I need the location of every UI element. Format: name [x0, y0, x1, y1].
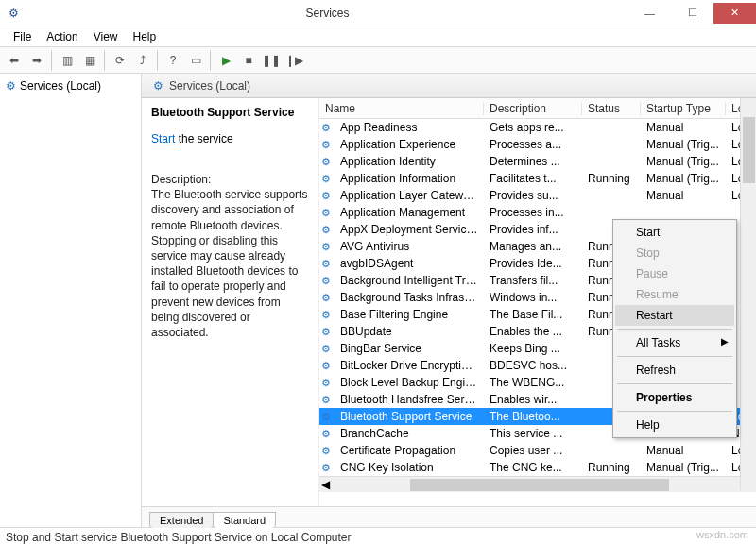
- cell-desc: Copies user ...: [484, 444, 582, 457]
- cell-name: Application Layer Gateway ...: [335, 189, 484, 202]
- gear-icon: ⚙: [6, 79, 16, 93]
- cell-name: AppX Deployment Service (...: [335, 223, 484, 236]
- show-hide-tree-button[interactable]: ▥: [57, 50, 77, 71]
- ctx-start[interactable]: Start: [615, 222, 734, 243]
- selected-service-name: Bluetooth Support Service: [151, 106, 309, 119]
- restart-service-button[interactable]: ❙▶: [284, 50, 304, 71]
- service-row[interactable]: ⚙CNG Key IsolationThe CNG ke...RunningMa…: [319, 459, 756, 476]
- col-name[interactable]: Name: [319, 102, 484, 115]
- minimize-button[interactable]: —: [628, 3, 671, 24]
- gear-icon: ⚙: [321, 445, 331, 457]
- ctx-refresh[interactable]: Refresh: [615, 360, 734, 381]
- gear-icon: ⚙: [321, 156, 331, 168]
- gear-icon: ⚙: [321, 292, 331, 304]
- cell-desc: Gets apps re...: [484, 121, 582, 134]
- cell-name: CNG Key Isolation: [335, 461, 484, 474]
- back-button[interactable]: ⬅: [4, 50, 25, 71]
- ctx-properties[interactable]: Properties: [615, 387, 734, 408]
- menu-action[interactable]: Action: [39, 30, 85, 43]
- app-icon: ⚙: [0, 7, 26, 20]
- cell-name: Background Tasks Infrastru...: [335, 291, 484, 304]
- cell-name: avgbIDSAgent: [335, 257, 484, 270]
- status-bar: Stop and Start service Bluetooth Support…: [0, 527, 756, 544]
- cell-desc: The WBENG...: [484, 376, 582, 389]
- cell-desc: Provides inf...: [484, 223, 582, 236]
- service-row[interactable]: ⚙App ReadinessGets apps re...ManualLoc: [319, 119, 756, 136]
- cell-name: Block Level Backup Engine ...: [335, 376, 484, 389]
- cell-name: AVG Antivirus: [335, 240, 484, 253]
- gear-icon: ⚙: [321, 462, 331, 474]
- gear-icon: ⚙: [321, 360, 331, 372]
- menu-view[interactable]: View: [86, 30, 126, 43]
- cell-startup: Manual (Trig...: [641, 155, 726, 168]
- service-row[interactable]: ⚙Certificate PropagationCopies user ...M…: [319, 442, 756, 459]
- service-row[interactable]: ⚙Application Layer Gateway ...Provides s…: [319, 187, 756, 204]
- tree-item-label: Services (Local): [20, 79, 101, 93]
- refresh-button[interactable]: ⟳: [110, 50, 130, 71]
- ctx-restart[interactable]: Restart: [615, 305, 734, 326]
- cell-name: Application Management: [335, 206, 484, 219]
- cell-desc: Provides Ide...: [484, 257, 582, 270]
- menu-help[interactable]: Help: [126, 30, 164, 43]
- tree-pane: ⚙ Services (Local): [0, 74, 142, 527]
- gear-icon: ⚙: [321, 326, 331, 338]
- start-service-link[interactable]: Start: [151, 132, 175, 145]
- cell-desc: Keeps Bing ...: [484, 342, 582, 355]
- cell-name: Bluetooth Support Service: [335, 410, 484, 423]
- gear-icon: ⚙: [321, 428, 331, 440]
- service-row[interactable]: ⚙Application IdentityDetermines ...Manua…: [319, 153, 756, 170]
- cell-startup: Manual (Trig...: [641, 461, 726, 474]
- cell-desc: The Base Fil...: [484, 308, 582, 321]
- scroll-left-icon[interactable]: ◀: [321, 478, 330, 491]
- stop-service-button[interactable]: ■: [238, 50, 259, 71]
- cell-startup: Manual (Trig...: [641, 172, 726, 185]
- cell-desc: BDESVC hos...: [484, 359, 582, 372]
- cell-name: BBUpdate: [335, 325, 484, 338]
- details-pane-button[interactable]: ▦: [79, 50, 100, 71]
- cell-name: Application Experience: [335, 138, 484, 151]
- cell-startup: Manual: [641, 121, 726, 134]
- cell-desc: Processes in...: [484, 206, 582, 219]
- cell-name: BitLocker Drive Encryption ...: [335, 359, 484, 372]
- cell-desc: Enables the ...: [484, 325, 582, 338]
- menu-file[interactable]: File: [6, 30, 39, 43]
- close-button[interactable]: ✕: [713, 3, 756, 24]
- window-title: Services: [26, 7, 628, 20]
- separator: [210, 50, 212, 71]
- cell-status: Running: [582, 172, 641, 185]
- maximize-button[interactable]: ☐: [671, 3, 713, 24]
- cell-desc: This service ...: [484, 427, 582, 440]
- ctx-all-tasks[interactable]: All Tasks▶: [615, 332, 734, 353]
- pause-service-button[interactable]: ❚❚: [261, 50, 282, 71]
- col-status[interactable]: Status: [582, 102, 641, 115]
- ctx-separator: [617, 329, 732, 330]
- gear-icon: ⚙: [153, 79, 163, 93]
- cell-desc: Provides su...: [484, 189, 582, 202]
- ctx-separator: [617, 383, 732, 384]
- cell-desc: Facilitates t...: [484, 172, 582, 185]
- service-row[interactable]: ⚙Application ExperienceProcesses a...Man…: [319, 136, 756, 153]
- help-button[interactable]: ?: [163, 50, 183, 71]
- horizontal-scrollbar[interactable]: ◀ ▶: [319, 476, 756, 492]
- ctx-help[interactable]: Help: [615, 415, 734, 435]
- service-row[interactable]: ⚙Application InformationFacilitates t...…: [319, 170, 756, 187]
- vertical-scrollbar[interactable]: [740, 98, 756, 490]
- tree-item-services-local[interactable]: ⚙ Services (Local): [4, 77, 137, 94]
- tab-extended[interactable]: Extended: [149, 512, 214, 528]
- gear-icon: ⚙: [321, 411, 331, 423]
- gear-icon: ⚙: [321, 258, 331, 270]
- properties-button[interactable]: ▭: [185, 50, 206, 71]
- ctx-separator: [617, 356, 732, 357]
- gear-icon: ⚙: [321, 377, 331, 389]
- separator: [104, 50, 106, 71]
- col-startup[interactable]: Startup Type: [641, 102, 726, 115]
- export-button[interactable]: ⤴: [132, 50, 153, 71]
- start-service-button[interactable]: ▶: [215, 50, 236, 71]
- forward-button[interactable]: ➡: [26, 50, 47, 71]
- cell-name: BingBar Service: [335, 342, 484, 355]
- ctx-resume: Resume: [615, 284, 734, 305]
- tab-standard[interactable]: Standard: [213, 512, 276, 528]
- col-desc[interactable]: Description: [484, 102, 582, 115]
- cell-name: Certificate Propagation: [335, 444, 484, 457]
- gear-icon: ⚙: [321, 173, 331, 185]
